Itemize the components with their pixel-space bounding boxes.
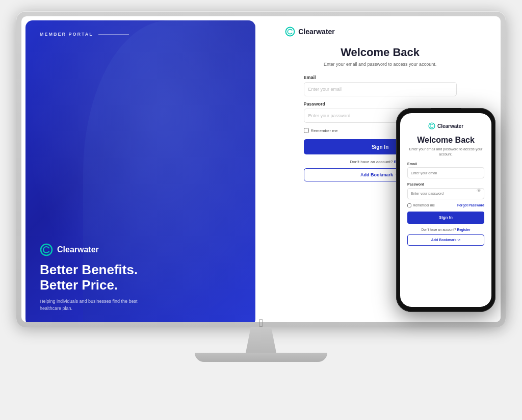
imac-stand-base — [195, 353, 327, 362]
iphone-no-account-text: Don't have an account? — [422, 228, 456, 231]
iphone-email-group: Email — [407, 162, 484, 179]
top-logo: Clearwater — [285, 27, 335, 37]
iphone-logo-text: Clearwater — [437, 123, 463, 129]
form-subtitle: Enter your email and password to access … — [304, 62, 457, 67]
email-input[interactable] — [304, 82, 457, 96]
svg-point-2 — [429, 123, 435, 129]
iphone-register-link[interactable]: Register — [457, 228, 470, 231]
iphone-remember-checkbox[interactable] — [407, 203, 411, 207]
member-portal-line — [98, 34, 129, 35]
remember-label: Remember me — [311, 128, 338, 133]
iphone-notch — [431, 108, 461, 113]
iphone-device: Clearwater Welcome Back Enter your email… — [396, 108, 495, 312]
iphone-screen: Clearwater Welcome Back Enter your email… — [400, 113, 491, 307]
iphone-forgot-password[interactable]: Forgot Password — [457, 203, 484, 207]
iphone-bookmark-label: Add Bookmark ⤻ — [431, 238, 461, 242]
left-panel: MEMBER PORTAL Clearwater Better Benefits… — [25, 20, 255, 322]
iphone-clearwater-icon — [428, 122, 435, 129]
bookmark-label: Add Bookmark — [360, 172, 393, 177]
svg-point-1 — [286, 28, 295, 36]
iphone-remember-left: Remember me — [407, 203, 435, 207]
svg-point-0 — [41, 244, 52, 255]
member-portal-label: MEMBER PORTAL — [40, 32, 129, 37]
iphone-form-subtitle: Enter your email and password to access … — [407, 147, 484, 157]
remember-checkbox[interactable] — [304, 128, 309, 133]
remember-left: Remember me — [304, 128, 338, 133]
iphone-email-label: Email — [407, 162, 484, 166]
email-label: Email — [304, 75, 457, 80]
iphone-sign-in-button[interactable]: Sign In — [407, 212, 484, 224]
member-portal-text: MEMBER PORTAL — [40, 32, 93, 37]
hero-title: Better Benefits.Better Price. — [40, 262, 241, 293]
iphone-remember-label: Remember me — [413, 203, 435, 207]
iphone-password-group: Password 👁 — [407, 182, 484, 199]
iphone-register-row: Don't have an account? Register — [407, 228, 484, 231]
iphone-shell: Clearwater Welcome Back Enter your email… — [396, 108, 495, 312]
clearwater-logo-icon-top — [285, 27, 295, 37]
iphone-form-title: Welcome Back — [407, 136, 484, 145]
password-label: Password — [304, 101, 457, 107]
left-logo-text: Clearwater — [57, 245, 99, 254]
imac-bezel: MEMBER PORTAL Clearwater Better Benefits… — [16, 11, 506, 327]
iphone-password-label: Password — [407, 182, 484, 186]
form-title: Welcome Back — [304, 46, 457, 59]
left-logo: Clearwater — [40, 243, 241, 256]
top-logo-text: Clearwater — [298, 28, 335, 36]
iphone-remember-row: Remember me Forgot Password — [407, 203, 484, 207]
iphone-email-input[interactable] — [407, 167, 484, 178]
no-account-text: Don't have an account? — [350, 160, 393, 164]
iphone-password-input[interactable] — [407, 188, 484, 199]
hero-subtitle: Helping individuals and businesses find … — [40, 298, 152, 312]
imac-device: MEMBER PORTAL Clearwater Better Benefits… — [16, 11, 506, 409]
iphone-bookmark-button[interactable]: Add Bookmark ⤻ — [407, 234, 484, 246]
imac-stand-neck — [236, 327, 286, 353]
iphone-logo: Clearwater — [407, 122, 484, 129]
iphone-password-toggle-icon[interactable]: 👁 — [477, 188, 481, 193]
apple-logo:  — [259, 317, 263, 330]
email-field-group: Email — [304, 75, 457, 96]
clearwater-logo-icon-left — [40, 243, 53, 256]
